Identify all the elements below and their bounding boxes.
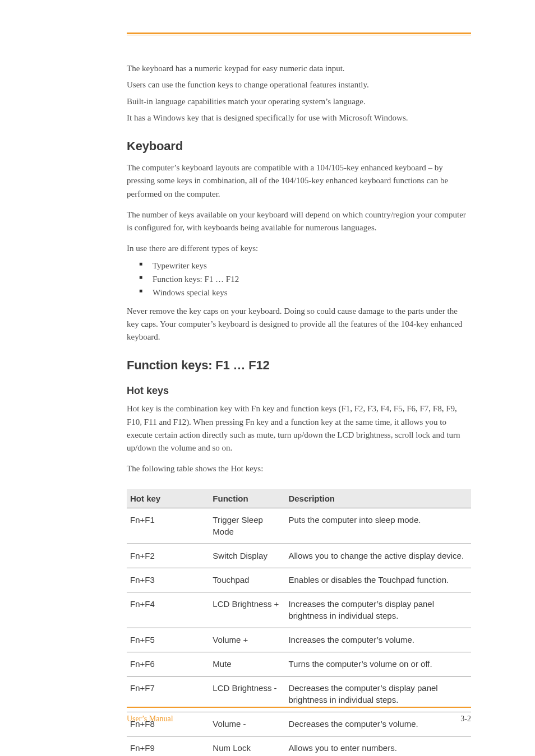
table-row: Fn+F5 Volume + Increases the computer’s … [127,628,471,652]
keyboard-warning: Never remove the key caps on your keyboa… [127,305,471,344]
cell-function: Volume - [209,712,285,736]
hotkeys-intro: Hot key is the combination key with Fn k… [127,402,471,475]
intro-block: The keyboard has a numeric keypad for ea… [127,62,471,124]
page-number: 3-2 [460,715,471,723]
list-item: Typewriter keys [139,259,471,272]
table-row: Fn+F1 Trigger Sleep Mode Puts the comput… [127,508,471,544]
cell-hotkey: Fn+F4 [127,592,209,628]
col-header-description: Description [285,489,471,508]
cell-description: Puts the computer into sleep mode. [285,508,471,544]
key-type-list: Typewriter keys Function keys: F1 … F12 … [139,259,471,299]
cell-description: Increases the computer’s display panel b… [285,592,471,628]
document-page: The keyboard has a numeric keypad for ea… [0,0,535,756]
table-row: Fn+F8 Volume - Decreases the computer’s … [127,712,471,736]
cell-function: LCD Brightness + [209,592,285,628]
keyboard-para-3: In use there are different types of keys… [127,242,471,255]
table-row: Fn+F3 Touchpad Enables or disables the T… [127,568,471,592]
cell-description: Allows you to change the active display … [285,544,471,568]
cell-hotkey: Fn+F9 [127,736,209,756]
hotkeys-table: Hot key Function Description Fn+F1 Trigg… [127,489,471,757]
keyboard-para-4: Never remove the key caps on your keyboa… [127,305,471,344]
cell-function: Trigger Sleep Mode [209,508,285,544]
cell-function: Num Lock [209,736,285,756]
col-header-hotkey: Hot key [127,489,209,508]
cell-hotkey: Fn+F5 [127,628,209,652]
footer-label: User’s Manual [127,715,173,723]
table-row: Fn+F9 Num Lock Allows you to enter numbe… [127,736,471,756]
bottom-horizontal-rule [127,707,471,708]
hotkeys-para-2: The following table shows the Hot keys: [127,462,471,475]
heading-function-keys: Function keys: F1 … F12 [127,358,471,373]
heading-keyboard: Keyboard [127,139,471,154]
table-row: Fn+F4 LCD Brightness + Increases the com… [127,592,471,628]
cell-hotkey: Fn+F6 [127,652,209,676]
cell-function: Touchpad [209,568,285,592]
cell-hotkey: Fn+F1 [127,508,209,544]
table-row: Fn+F6 Mute Turns the computer’s volume o… [127,652,471,676]
list-item: Function keys: F1 … F12 [139,272,471,286]
cell-function: Mute [209,652,285,676]
cell-hotkey: Fn+F3 [127,568,209,592]
cell-function: Volume + [209,628,285,652]
intro-line-1: The keyboard has a numeric keypad for ea… [127,62,471,75]
intro-line-3: Built-in language capabilities match you… [127,95,471,108]
cell-function: Switch Display [209,544,285,568]
cell-hotkey: Fn+F2 [127,544,209,568]
subheading-hotkeys: Hot keys [127,385,471,397]
table-row: Fn+F2 Switch Display Allows you to chang… [127,544,471,568]
intro-line-2: Users can use the function keys to chang… [127,78,471,91]
table-header-row: Hot key Function Description [127,489,471,508]
intro-line-4: It has a Windows key that is designed sp… [127,112,471,124]
col-header-function: Function [209,489,285,508]
hotkeys-para-1: Hot key is the combination key with Fn k… [127,402,471,454]
cell-description: Increases the computer’s volume. [285,628,471,652]
top-horizontal-rule [127,33,471,35]
keyboard-para-2: The number of keys available on your key… [127,208,471,235]
cell-description: Enables or disables the Touchpad functio… [285,568,471,592]
keyboard-para-1: The computer’s keyboard layouts are comp… [127,161,471,201]
cell-description: Decreases the computer’s volume. [285,712,471,736]
keyboard-block: The computer’s keyboard layouts are comp… [127,161,471,256]
list-item: Windows special keys [139,286,471,299]
cell-description: Turns the computer’s volume on or off. [285,652,471,676]
cell-description: Allows you to enter numbers. [285,736,471,756]
